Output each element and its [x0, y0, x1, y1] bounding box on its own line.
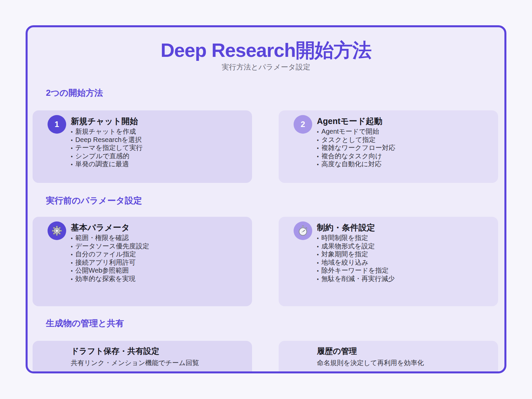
bullet-item: Deep Researchを選択	[71, 136, 143, 144]
page-title: Deep Research開始方法	[28, 39, 504, 61]
bullet-item: Agentモードで開始	[317, 128, 395, 136]
card-list-basic-parameters: 範囲・権限を確認 データソース優先度設定 自分のファイル指定 接続アプリ利用許可…	[71, 234, 149, 283]
card-new-chat-body: 1 新規チャット開始 新規チャットを作成 Deep Researchを選択 テー…	[33, 110, 252, 169]
bullet-item: 範囲・権限を確認	[71, 234, 149, 242]
card-title-constraints: 制約・条件設定	[317, 222, 395, 232]
infographic-frame: Deep Research開始方法 実行方法とパラメータ設定 2つの開始方法 1…	[26, 25, 506, 373]
card-basic-parameters: 基本パラメータ 範囲・権限を確認 データソース優先度設定 自分のファイル指定 接…	[33, 217, 252, 306]
bullet-item: 時間制限を指定	[317, 234, 395, 242]
page-subtitle: 実行方法とパラメータ設定	[28, 63, 504, 72]
card-desc-history: 命名規則を決定して再利用を効率化	[317, 358, 491, 367]
card-title-agent-mode: Agentモード起動	[317, 116, 395, 126]
card-title-basic-parameters: 基本パラメータ	[71, 222, 149, 232]
gear-icon	[51, 225, 63, 236]
bullet-item: 単発の調査に最適	[71, 160, 143, 169]
section-heading-parameters: 実行前のパラメータ設定	[46, 195, 504, 206]
bullet-item: 成果物形式を設定	[317, 242, 395, 251]
bullet-item: テーマを指定して実行	[71, 144, 143, 152]
card-constraints: 制約・条件設定 時間制限を指定 成果物形式を設定 対象期間を指定 地域を絞り込み…	[279, 217, 498, 306]
card-basic-parameters-body: 基本パラメータ 範囲・権限を確認 データソース優先度設定 自分のファイル指定 接…	[33, 217, 252, 283]
bullet-item: 自分のファイル指定	[71, 250, 149, 259]
card-title-new-chat: 新規チャット開始	[71, 116, 143, 126]
card-draft-share-body: ドラフト保存・共有設定 共有リンク・メンション機能でチーム回覧	[33, 341, 252, 367]
bullet-item: データソース優先度設定	[71, 242, 149, 251]
step-1-number: 1	[55, 120, 59, 129]
card-list-new-chat: 新規チャットを作成 Deep Researchを選択 テーマを指定して実行 シン…	[71, 128, 143, 169]
card-title-history: 履歴の管理	[317, 346, 491, 356]
bullet-item: 地域を絞り込み	[317, 259, 395, 267]
gear-badge	[48, 221, 66, 240]
card-agent-mode-body: 2 Agentモード起動 Agentモードで開始 タスクとして指定 複雑なワーク…	[279, 110, 498, 169]
cards-row-start-methods: 1 新規チャット開始 新規チャットを作成 Deep Researchを選択 テー…	[33, 110, 499, 183]
card-list-constraints: 時間制限を指定 成果物形式を設定 対象期間を指定 地域を絞り込み 除外キーワード…	[317, 234, 395, 283]
bullet-item: 高度な自動化に対応	[317, 160, 395, 169]
bullet-item: 対象期間を指定	[317, 250, 395, 259]
bullet-item: 新規チャットを作成	[71, 128, 143, 136]
cards-row-parameters: 基本パラメータ 範囲・権限を確認 データソース優先度設定 自分のファイル指定 接…	[33, 217, 499, 306]
step-2-number: 2	[301, 120, 305, 129]
card-draft-share: ドラフト保存・共有設定 共有リンク・メンション機能でチーム回覧	[33, 341, 252, 373]
card-agent-mode: 2 Agentモード起動 Agentモードで開始 タスクとして指定 複雑なワーク…	[279, 110, 498, 183]
bullet-item: 除外キーワードを指定	[317, 267, 395, 275]
section-heading-output-management: 生成物の管理と共有	[46, 318, 504, 329]
bullet-item: シンプルで直感的	[71, 152, 143, 161]
card-constraints-body: 制約・条件設定 時間制限を指定 成果物形式を設定 対象期間を指定 地域を絞り込み…	[279, 217, 498, 283]
stopwatch-badge	[294, 221, 312, 240]
card-title-draft-share: ドラフト保存・共有設定	[71, 346, 245, 356]
cards-row-output-management: ドラフト保存・共有設定 共有リンク・メンション機能でチーム回覧 履歴の管理 命名…	[33, 341, 499, 373]
step-1-badge: 1	[48, 115, 66, 134]
card-desc-draft-share: 共有リンク・メンション機能でチーム回覧	[71, 358, 245, 367]
card-history-body: 履歴の管理 命名規則を決定して再利用を効率化	[279, 341, 498, 367]
card-list-agent-mode: Agentモードで開始 タスクとして指定 複雑なワークフロー対応 複合的なタスク…	[317, 128, 395, 169]
stopwatch-icon	[297, 225, 309, 236]
bullet-item: 公開Web参照範囲	[71, 267, 149, 275]
bullet-item: 接続アプリ利用許可	[71, 259, 149, 267]
bullet-item: 効率的な探索を実現	[71, 275, 149, 283]
step-2-badge: 2	[294, 115, 312, 134]
card-history: 履歴の管理 命名規則を決定して再利用を効率化	[279, 341, 498, 373]
section-heading-start-methods: 2つの開始方法	[46, 87, 504, 98]
bullet-item: 複雑なワークフロー対応	[317, 144, 395, 152]
card-new-chat: 1 新規チャット開始 新規チャットを作成 Deep Researchを選択 テー…	[33, 110, 252, 183]
bullet-item: 複合的なタスク向け	[317, 152, 395, 161]
bullet-item: タスクとして指定	[317, 136, 395, 144]
bullet-item: 無駄を削減・再実行減少	[317, 275, 395, 283]
